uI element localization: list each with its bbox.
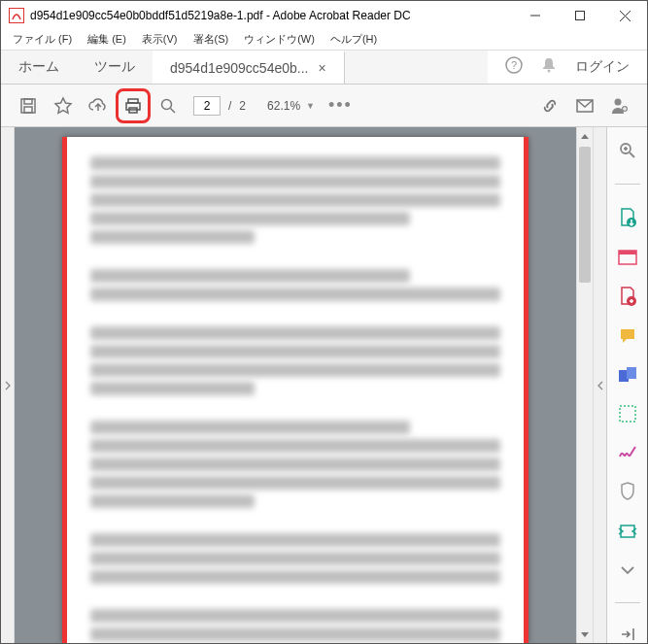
menu-edit[interactable]: 編集 (E): [80, 30, 134, 50]
window-title: d954d1e909cc54e0b0bddf51d5219a8e-1.pdf -…: [30, 9, 411, 22]
tabbar: ホーム ツール d954d1e909cc54e0b... × ? ログイン: [1, 50, 647, 85]
tab-document[interactable]: d954d1e909cc54e0b... ×: [153, 51, 345, 84]
window-controls: [513, 1, 647, 30]
sign-icon[interactable]: [618, 444, 637, 460]
document-page: [62, 137, 529, 643]
tab-tools[interactable]: ツール: [77, 51, 153, 84]
zoom-dropdown-icon[interactable]: ▼: [306, 101, 315, 111]
menu-view[interactable]: 表示(V): [134, 30, 186, 50]
svg-point-7: [548, 70, 551, 73]
tools-sidepanel: [606, 127, 647, 643]
svg-point-17: [615, 98, 622, 105]
page-total: 2: [239, 99, 246, 113]
menu-file[interactable]: ファイル (F): [5, 30, 80, 50]
svg-rect-10: [24, 107, 32, 113]
menu-sign[interactable]: 署名(S): [186, 30, 237, 50]
document-viewport[interactable]: [15, 127, 576, 643]
collapse-panel-icon[interactable]: [618, 627, 637, 643]
left-panel-handle[interactable]: [1, 127, 15, 643]
maximize-button[interactable]: [558, 1, 602, 30]
svg-rect-12: [126, 103, 140, 110]
more-tools-button[interactable]: •••: [328, 95, 353, 116]
right-panel-handle[interactable]: [593, 127, 606, 643]
svg-rect-0: [9, 8, 24, 23]
edit-pdf-icon[interactable]: [618, 287, 637, 306]
export-pdf-icon[interactable]: [618, 208, 637, 227]
email-button[interactable]: [567, 88, 602, 123]
cloud-upload-button[interactable]: [81, 88, 116, 123]
acrobat-app-icon: [9, 8, 24, 23]
svg-rect-2: [576, 12, 585, 20]
menu-window[interactable]: ウィンドウ(W): [236, 30, 323, 50]
create-pdf-icon[interactable]: [618, 249, 637, 265]
print-button[interactable]: [116, 88, 151, 123]
svg-point-14: [162, 99, 172, 109]
tab-close-icon[interactable]: ×: [318, 60, 325, 76]
page-number-input[interactable]: [193, 96, 221, 116]
add-person-button[interactable]: [602, 88, 637, 123]
star-button[interactable]: [46, 88, 81, 123]
bell-icon[interactable]: [540, 56, 558, 78]
save-button[interactable]: [11, 88, 46, 123]
help-icon[interactable]: ?: [505, 56, 523, 78]
menubar: ファイル (F) 編集 (E) 表示(V) 署名(S) ウィンドウ(W) ヘルプ…: [1, 30, 647, 50]
scroll-down-arrow[interactable]: [577, 627, 593, 643]
svg-rect-27: [619, 251, 636, 254]
svg-line-15: [171, 108, 176, 113]
vertical-scrollbar[interactable]: [576, 127, 593, 643]
compress-icon[interactable]: [618, 523, 637, 540]
svg-rect-8: [21, 99, 35, 113]
share-link-button[interactable]: [532, 88, 567, 123]
find-button[interactable]: [151, 88, 186, 123]
menu-help[interactable]: ヘルプ(H): [323, 30, 385, 50]
titlebar: d954d1e909cc54e0b0bddf51d5219a8e-1.pdf -…: [1, 1, 647, 30]
svg-rect-9: [24, 99, 32, 104]
comment-icon[interactable]: [618, 327, 637, 345]
combine-icon[interactable]: [618, 366, 637, 384]
svg-text:?: ?: [511, 59, 517, 71]
login-button[interactable]: ログイン: [575, 58, 630, 76]
minimize-button[interactable]: [513, 1, 558, 30]
content-area: [1, 127, 647, 643]
chevron-down-icon[interactable]: [618, 561, 637, 578]
organize-icon[interactable]: [618, 405, 637, 423]
svg-rect-33: [620, 406, 635, 422]
zoom-level[interactable]: 62.1%: [267, 99, 300, 113]
svg-rect-32: [627, 367, 636, 379]
svg-line-22: [630, 153, 634, 157]
toolbar: / 2 62.1% ▼ •••: [1, 85, 647, 127]
search-tool-icon[interactable]: [618, 141, 637, 160]
scroll-thumb[interactable]: [579, 147, 591, 283]
protect-icon[interactable]: [618, 482, 637, 501]
tab-home[interactable]: ホーム: [1, 51, 77, 84]
close-button[interactable]: [602, 1, 647, 30]
page-separator: /: [228, 99, 231, 113]
scroll-up-arrow[interactable]: [577, 127, 593, 144]
tab-document-label: d954d1e909cc54e0b...: [170, 60, 308, 76]
